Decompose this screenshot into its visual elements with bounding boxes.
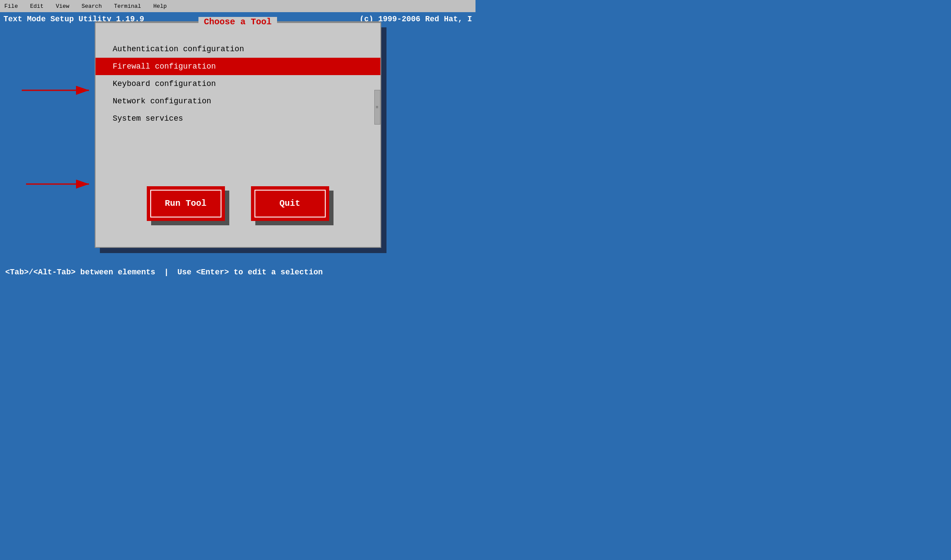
menu-item-network[interactable]: Network configuration <box>96 92 380 110</box>
title-line-left <box>96 21 199 22</box>
run-tool-wrapper: Run Tool <box>147 186 225 221</box>
menu-item-authentication[interactable]: Authentication configuration <box>96 40 380 58</box>
dialog-wrapper: Choose a Tool Authentication configurati… <box>95 22 381 248</box>
run-tool-label: Run Tool <box>165 198 206 208</box>
menu-item-firewall[interactable]: Firewall configuration <box>96 58 380 75</box>
menu-search[interactable]: Search <box>79 2 105 10</box>
arrow-annotation-1 <box>17 79 96 101</box>
terminal-footer: <Tab>/<Alt-Tab> between elements | Use <… <box>0 264 476 280</box>
run-tool-button[interactable]: Run Tool <box>147 186 225 221</box>
footer-right-text: Use <Enter> to edit a selection <box>177 268 323 277</box>
quit-inner: Quit <box>254 190 326 217</box>
footer-separator: | <box>164 268 169 277</box>
arrow-icon-2 <box>22 173 96 195</box>
dialog-box: Choose a Tool Authentication configurati… <box>95 22 381 248</box>
quit-label: Quit <box>279 198 300 208</box>
run-tool-inner: Run Tool <box>150 190 221 217</box>
menu-file[interactable]: File <box>2 2 20 10</box>
dialog-title-bar: Choose a Tool <box>96 17 380 27</box>
menu-terminal[interactable]: Terminal <box>111 2 143 10</box>
terminal-screen: Text Mode Setup Utility 1.19.9 (c) 1999-… <box>0 12 476 280</box>
quit-button[interactable]: Quit <box>251 186 329 221</box>
menu-help[interactable]: Help <box>151 2 169 10</box>
quit-wrapper: Quit <box>251 186 329 221</box>
dialog-title: Choose a Tool <box>198 17 277 27</box>
title-line-right <box>277 21 380 22</box>
buttons-area: Run Tool Quit <box>96 186 380 221</box>
arrow-annotation-2 <box>22 173 96 195</box>
menu-view[interactable]: View <box>53 2 72 10</box>
arrow-icon-1 <box>17 79 96 101</box>
menu-edit[interactable]: Edit <box>27 2 46 10</box>
menu-list: Authentication configuration Firewall co… <box>96 40 380 127</box>
menubar: File Edit View Search Terminal Help <box>0 0 476 12</box>
menu-item-keyboard[interactable]: Keyboard configuration <box>96 75 380 92</box>
scrollbar-indicator: ≡ <box>376 105 378 110</box>
footer-left-text: <Tab>/<Alt-Tab> between elements <box>5 268 155 277</box>
scrollbar[interactable]: ≡ <box>374 90 380 125</box>
menu-item-services[interactable]: System services <box>96 110 380 127</box>
